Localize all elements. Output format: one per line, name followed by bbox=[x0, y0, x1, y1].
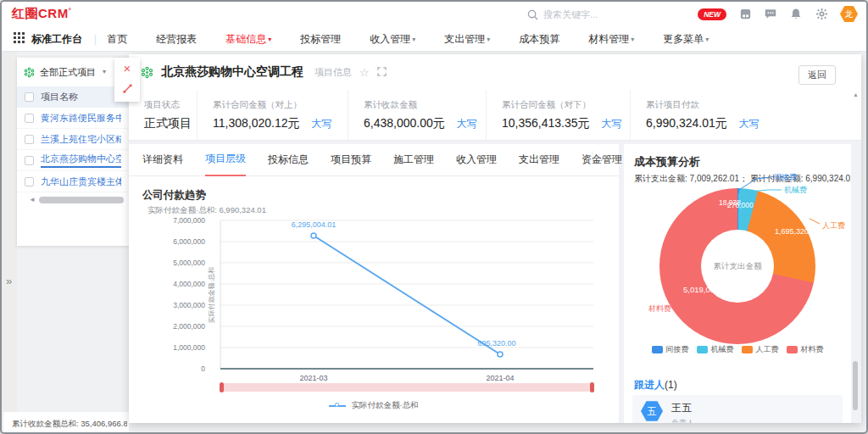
data-point[interactable] bbox=[311, 233, 316, 238]
pie-chart-title: 成本预算分析 bbox=[634, 154, 700, 170]
expand-sidebar-toggle[interactable]: » bbox=[6, 275, 12, 287]
tab-construction[interactable]: 施工管理 bbox=[393, 144, 434, 175]
uppercase-link[interactable]: 大写 bbox=[602, 117, 622, 131]
legend-swatch bbox=[697, 346, 708, 353]
nav-item-bidding[interactable]: 投标管理 bbox=[300, 32, 341, 47]
tab-bid-info[interactable]: 投标信息 bbox=[268, 144, 309, 175]
stat-received: 累计收款金额 6,438,000.00元大写 bbox=[348, 90, 486, 140]
x-tick: 2021-03 bbox=[299, 374, 327, 382]
legend-label: 间接费 bbox=[666, 344, 689, 355]
user-avatar[interactable]: 龙 bbox=[840, 5, 858, 23]
project-link[interactable]: 九华山庄贵宾楼主体工程 bbox=[41, 175, 121, 188]
star-icon[interactable]: ☆ bbox=[359, 66, 370, 79]
workbench-label[interactable]: 标准工作台 bbox=[31, 32, 82, 47]
row-checkbox[interactable] bbox=[25, 156, 34, 165]
fullscreen-icon[interactable] bbox=[377, 64, 387, 80]
tab-income[interactable]: 收入管理 bbox=[456, 144, 497, 175]
app-logo[interactable]: 红圈CRM° bbox=[12, 6, 71, 22]
follower-role: 负责人 bbox=[671, 418, 694, 423]
stat-value: 10,356,413.35元 bbox=[502, 116, 590, 131]
global-search[interactable] bbox=[527, 6, 697, 23]
gear-icon[interactable] bbox=[815, 8, 828, 21]
new-badge[interactable]: NEW bbox=[698, 8, 726, 20]
project-link[interactable]: 黄河东路便民服务中心幕… bbox=[41, 112, 121, 125]
list-item[interactable]: 九华山庄贵宾楼主体工程 bbox=[17, 171, 129, 192]
legend-label: 材料费 bbox=[801, 344, 824, 355]
top-bar: 红圈CRM° NEW 龙 bbox=[2, 2, 866, 27]
legend-line-marker-icon bbox=[329, 405, 346, 407]
uppercase-link[interactable]: 大写 bbox=[739, 117, 760, 131]
report-board-icon[interactable] bbox=[738, 8, 752, 21]
slice-callout-label: 材料费 bbox=[648, 304, 671, 313]
apps-grid-icon[interactable] bbox=[14, 32, 25, 46]
project-filter-title[interactable]: 全部正式项目 bbox=[40, 66, 96, 79]
nav-item-reports[interactable]: 经营报表 bbox=[156, 32, 197, 47]
slider-handle-right[interactable] bbox=[590, 382, 594, 392]
stat-label: 累计收款金额 bbox=[364, 99, 486, 111]
stat-label: 累计合同金额（对上） bbox=[213, 99, 348, 111]
select-all-checkbox[interactable] bbox=[25, 92, 34, 102]
list-item[interactable]: 兰溪上苑住宅小区精装修… bbox=[17, 129, 129, 150]
project-header: 北京燕莎购物中心空调工程 项目信息 ☆ 返回 bbox=[129, 54, 861, 90]
followers-heading: 跟进人(1) bbox=[634, 378, 677, 392]
followers-count: (1) bbox=[665, 379, 677, 391]
project-link[interactable]: 北京燕莎购物中心空调工程 bbox=[41, 153, 121, 168]
data-point[interactable] bbox=[498, 352, 503, 357]
slider-handle-left[interactable] bbox=[220, 382, 224, 392]
follower-card[interactable]: 五 王五 负责人 bbox=[632, 395, 843, 423]
vertical-scrollbar[interactable]: ▲ bbox=[852, 92, 860, 420]
point-label: 695,320.00 bbox=[477, 339, 515, 348]
message-icon[interactable] bbox=[764, 8, 777, 21]
nav-item-expense[interactable]: 支出管理▾ bbox=[444, 32, 490, 47]
project-link[interactable]: 兰溪上苑住宅小区精装修… bbox=[41, 133, 121, 146]
nav-item-more[interactable]: 更多菜单▾ bbox=[663, 32, 709, 47]
legend-item[interactable]: 人工费 bbox=[742, 344, 779, 355]
back-button[interactable]: 返回 bbox=[798, 65, 836, 85]
nav-item-income[interactable]: 收入管理▾ bbox=[370, 32, 415, 47]
bell-icon[interactable] bbox=[789, 8, 803, 21]
horizontal-scrollbar[interactable] bbox=[39, 197, 124, 203]
tab-details[interactable]: 详细资料 bbox=[142, 144, 183, 175]
window-tools-popup: × bbox=[114, 58, 140, 102]
stat-value: 11,308,020.12元 bbox=[213, 116, 300, 131]
list-item-selected[interactable]: 北京燕莎购物中心空调工程 bbox=[17, 150, 129, 171]
list-item[interactable]: 黄河东路便民服务中心幕… bbox=[17, 108, 129, 129]
nav-item-materials[interactable]: 材料管理▾ bbox=[588, 32, 634, 47]
scrollbar-thumb[interactable] bbox=[853, 361, 858, 410]
expand-diagonal-icon[interactable] bbox=[122, 82, 133, 97]
slice-callout-label: 机械费 bbox=[784, 186, 807, 194]
line-chart-title: 公司付款趋势 bbox=[142, 188, 206, 203]
row-checkbox[interactable] bbox=[25, 114, 34, 123]
legend-item[interactable]: 间接费 bbox=[652, 344, 689, 355]
app-window: 红圈CRM° NEW 龙 标准工作台 | 首页 bbox=[0, 0, 868, 434]
close-icon[interactable]: × bbox=[124, 62, 131, 75]
line-chart-legend[interactable]: 实际付款金额·总和 bbox=[129, 400, 619, 411]
follower-name: 王五 bbox=[671, 401, 694, 415]
nav-item-home[interactable]: 首页 bbox=[107, 32, 127, 47]
tab-project-budget[interactable]: 项目预算 bbox=[331, 144, 371, 175]
stat-paid: 累计项目付款 6,990,324.01元大写 bbox=[630, 90, 861, 140]
tab-project-hierarchy[interactable]: 项目层级 bbox=[205, 143, 246, 176]
nav-item-basic-info[interactable]: 基础信息▾ bbox=[225, 32, 271, 47]
y-tick: 3,000,000 bbox=[173, 301, 205, 309]
scroll-left-arrow[interactable]: ◄ bbox=[29, 196, 36, 203]
tab-expense[interactable]: 支出管理 bbox=[519, 144, 559, 175]
chevron-down-icon: ▾ bbox=[103, 68, 106, 75]
divider: | bbox=[94, 33, 97, 45]
row-checkbox[interactable] bbox=[25, 135, 34, 144]
row-checkbox[interactable] bbox=[25, 177, 34, 186]
pie-legend[interactable]: 间接费 机械费 人工费 材料费 bbox=[624, 344, 851, 355]
summary-stats-row: 项目状态 正式项目 累计合同金额（对上） 11,308,020.12元大写 累计… bbox=[129, 90, 861, 141]
uppercase-link[interactable]: 大写 bbox=[312, 117, 332, 131]
legend-item[interactable]: 材料费 bbox=[787, 344, 824, 355]
search-input[interactable] bbox=[543, 9, 679, 19]
chevron-down-icon: ▾ bbox=[412, 36, 415, 43]
scroll-up-arrow[interactable]: ▲ bbox=[852, 92, 860, 97]
nav-item-cost-budget[interactable]: 成本预算 bbox=[519, 32, 559, 47]
y-tick: 5,000,000 bbox=[173, 259, 205, 267]
tabs-overflow-button[interactable]: … bbox=[592, 151, 610, 164]
legend-label: 实际付款金额·总和 bbox=[351, 400, 418, 411]
uppercase-link[interactable]: 大写 bbox=[457, 117, 477, 131]
legend-item[interactable]: 机械费 bbox=[697, 344, 734, 355]
chart-zoom-slider[interactable] bbox=[220, 383, 593, 392]
